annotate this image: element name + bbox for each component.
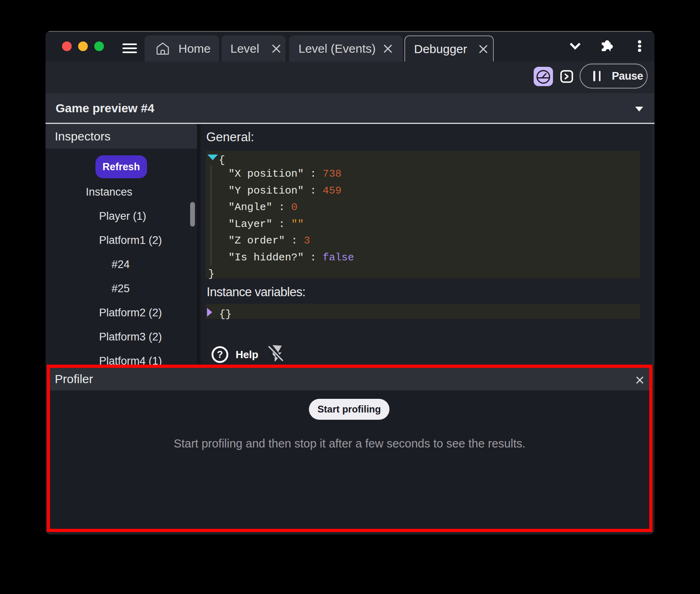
svg-text:?: ? xyxy=(217,349,223,360)
